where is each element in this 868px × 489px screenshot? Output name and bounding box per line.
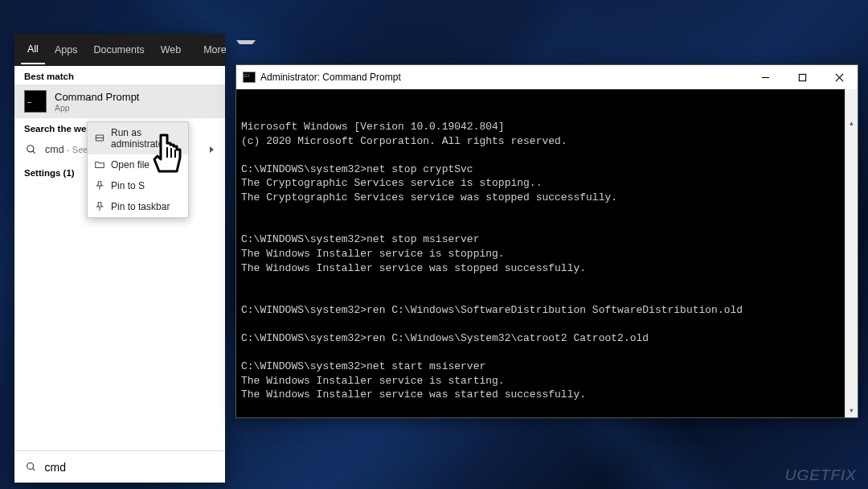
- svg-point-0: [27, 146, 34, 152]
- menu-run-as-admin[interactable]: Run as administrator: [88, 122, 188, 154]
- search-input[interactable]: [45, 461, 215, 474]
- svg-rect-9: [799, 74, 805, 80]
- menu-pin-start[interactable]: Pin to S: [88, 175, 188, 196]
- context-menu: Run as administrator Open file Pin to S …: [87, 121, 189, 218]
- minimize-button[interactable]: [747, 65, 784, 89]
- window-title: Administrator: Command Prompt: [260, 72, 401, 83]
- command-prompt-window: Administrator: Command Prompt Microsoft …: [235, 64, 858, 418]
- best-match-label: Best match: [14, 66, 225, 84]
- svg-point-2: [27, 462, 34, 469]
- result-type: App: [55, 103, 139, 113]
- menu-open-file[interactable]: Open file: [88, 154, 188, 175]
- svg-line-1: [33, 151, 35, 154]
- search-box[interactable]: [14, 450, 225, 483]
- terminal-output[interactable]: Microsoft Windows [Version 10.0.19042.80…: [236, 89, 858, 417]
- pin-icon: [94, 180, 105, 191]
- maximize-button[interactable]: [784, 65, 821, 89]
- tab-apps[interactable]: Apps: [48, 36, 84, 64]
- shield-icon: [94, 133, 105, 144]
- command-prompt-icon: [243, 72, 256, 83]
- scroll-up-button[interactable]: ▲: [845, 117, 858, 130]
- best-match-result[interactable]: Command Prompt App: [14, 84, 225, 118]
- command-prompt-icon: [24, 90, 47, 113]
- tab-all[interactable]: All: [21, 35, 45, 64]
- close-button[interactable]: [821, 65, 858, 89]
- chevron-right-icon: [210, 146, 214, 153]
- scrollbar[interactable]: ▲ ▼: [845, 89, 858, 417]
- scroll-down-button[interactable]: ▼: [845, 405, 858, 417]
- start-menu-search-panel: All Apps Documents Web More Best match C…: [14, 34, 225, 483]
- folder-icon: [94, 159, 105, 171]
- pin-icon: [94, 201, 105, 212]
- tab-documents[interactable]: Documents: [87, 36, 150, 64]
- chevron-down-icon: [236, 40, 256, 60]
- start-menu-tabs: All Apps Documents Web More: [14, 34, 225, 66]
- search-icon: [26, 144, 37, 155]
- menu-pin-taskbar[interactable]: Pin to taskbar: [88, 196, 188, 217]
- tab-web[interactable]: Web: [154, 36, 187, 64]
- titlebar[interactable]: Administrator: Command Prompt: [236, 65, 858, 89]
- result-title: Command Prompt: [55, 91, 139, 103]
- svg-line-3: [32, 468, 35, 471]
- search-icon: [26, 461, 37, 473]
- watermark: UGETFIX: [785, 466, 857, 484]
